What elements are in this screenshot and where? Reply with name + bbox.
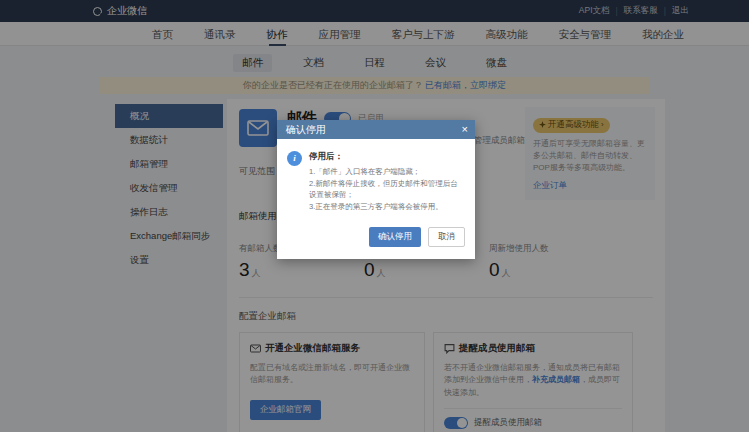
cancel-button[interactable]: 取消 [428,227,465,247]
close-icon[interactable]: × [462,124,468,135]
confirm-disable-button[interactable]: 确认停用 [369,227,421,247]
modal-heading: 停用后： [309,151,463,163]
modal-title: 确认停用 [286,123,326,137]
modal-line: 1.「邮件」入口将在客户端隐藏； [309,166,463,178]
modal-info-icon: i [287,151,302,166]
modal-line: 2.新邮件将停止接收，但历史邮件和管理后台设置被保留； [309,178,463,201]
confirm-disable-modal: 确认停用 × i 停用后： 1.「邮件」入口将在客户端隐藏； 2.新邮件将停止接… [277,120,475,259]
modal-line: 3.正在登录的第三方客户端将会被停用。 [309,201,463,213]
